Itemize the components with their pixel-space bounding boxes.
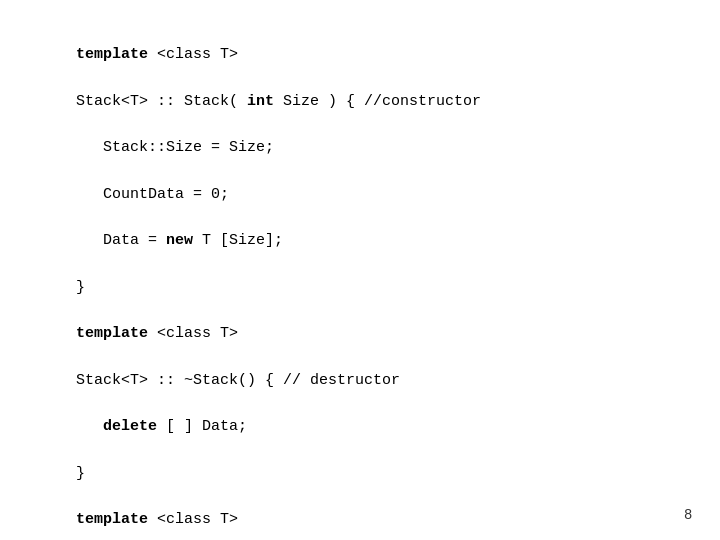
code-line-2: Stack<T> :: Stack( int Size ) { //constr… [76,93,481,110]
code-block: template <class T> Stack<T> :: Stack( in… [40,20,680,540]
code-line-5: Data = new T [Size]; [76,232,283,249]
code-line-6: } [76,279,85,296]
code-line-7: template <class T> [76,325,238,342]
page-number: 8 [684,506,692,522]
code-line-11: template <class T> [76,511,238,528]
code-line-4: CountData = 0; [76,186,229,203]
code-line-10: } [76,465,85,482]
code-line-1: template <class T> [76,46,238,63]
code-line-8: Stack<T> :: ~Stack() { // destructor [76,372,400,389]
code-line-9: delete [ ] Data; [76,418,247,435]
code-line-3: Stack::Size = Size; [76,139,274,156]
slide-container: template <class T> Stack<T> :: Stack( in… [0,0,720,540]
